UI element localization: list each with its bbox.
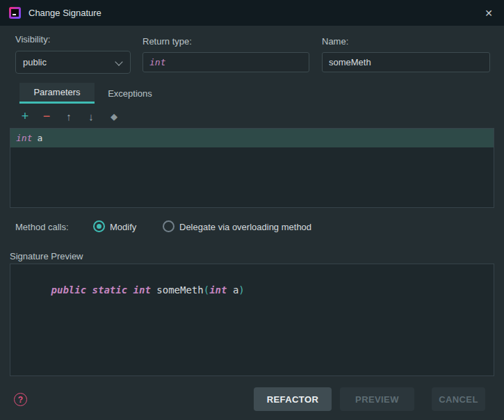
radio-modify[interactable]: [93, 220, 105, 232]
signature-code: public static int someMeth(int a): [16, 273, 245, 307]
visibility-label: Visibility:: [15, 34, 50, 45]
preview-button[interactable]: PREVIEW: [340, 387, 414, 411]
return-type-input[interactable]: int: [143, 52, 309, 72]
visibility-select[interactable]: public: [15, 51, 131, 74]
visibility-value: public: [23, 57, 47, 67]
add-parameter-icon[interactable]: +: [15, 106, 35, 126]
radio-modify-label[interactable]: Modify: [110, 222, 136, 232]
parameter-type: int: [16, 133, 32, 143]
move-down-icon[interactable]: ↓: [81, 106, 101, 126]
intellij-logo-icon: [9, 7, 21, 19]
code-param-name: a: [227, 284, 238, 296]
tab-parameters[interactable]: Parameters: [19, 83, 95, 104]
parameter-name: a: [37, 133, 42, 143]
name-label: Name:: [322, 36, 348, 47]
signature-preview-box: public static int someMeth(int a): [10, 264, 494, 376]
cancel-button[interactable]: CANCEL: [432, 387, 485, 411]
name-input[interactable]: someMeth: [322, 52, 490, 72]
chevron-down-icon: [115, 58, 122, 65]
remove-parameter-icon[interactable]: −: [37, 106, 56, 126]
dialog-title: Change Signature: [29, 8, 101, 18]
signature-preview-label: Signature Preview: [10, 251, 83, 261]
method-calls-label: Method calls:: [15, 222, 69, 232]
code-keywords: public static int: [51, 284, 157, 296]
titlebar: Change Signature ✕: [0, 0, 504, 26]
close-icon[interactable]: ✕: [473, 0, 504, 26]
parameters-table[interactable]: int a: [10, 128, 494, 208]
change-signature-dialog: Change Signature ✕ Visibility: Return ty…: [0, 0, 504, 420]
refactor-button[interactable]: REFACTOR: [254, 387, 332, 411]
move-up-icon[interactable]: ↑: [59, 106, 79, 126]
radio-delegate-label[interactable]: Delegate via overloading method: [179, 222, 311, 232]
code-paren-open: (: [204, 284, 209, 296]
parameter-row[interactable]: int a: [10, 129, 494, 147]
code-paren-close: ): [238, 284, 244, 296]
return-type-label: Return type:: [143, 36, 192, 47]
code-param-type: int: [209, 284, 227, 296]
radio-delegate[interactable]: [163, 220, 174, 232]
tab-exceptions[interactable]: Exceptions: [98, 83, 162, 104]
propagate-parameters-icon[interactable]: ◆: [104, 106, 124, 126]
help-icon[interactable]: ?: [14, 393, 27, 406]
code-method-name: someMeth: [156, 284, 203, 296]
